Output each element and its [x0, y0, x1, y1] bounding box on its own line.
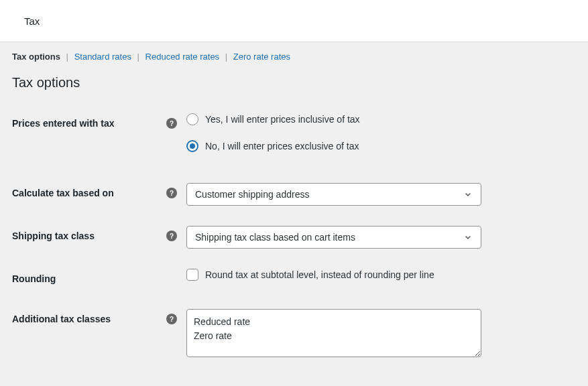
label-col: Rounding: [12, 269, 166, 289]
content: Tax options Prices entered with tax ? Ye…: [0, 62, 588, 386]
help-icon[interactable]: ?: [166, 188, 177, 198]
page-title: Tax options: [12, 75, 576, 90]
subnav: Tax options | Standard rates | Reduced r…: [0, 42, 588, 62]
row-additional-classes: Additional tax classes ?: [12, 309, 576, 359]
select-value: Customer shipping address: [195, 189, 309, 200]
help-col: [166, 269, 186, 289]
row-calculate-basis: Calculate tax based on ? Customer shippi…: [12, 183, 576, 206]
radio-group-prices-with-tax: Yes, I will enter prices inclusive of ta…: [186, 113, 576, 152]
radio-row-exclusive[interactable]: No, I will enter prices exclusive of tax: [186, 140, 576, 152]
select-value: Shipping tax class based on cart items: [195, 232, 355, 243]
radio-label-exclusive: No, I will enter prices exclusive of tax: [205, 141, 359, 151]
label-col: Prices entered with tax: [12, 113, 166, 133]
chevron-down-icon: [463, 233, 473, 242]
input-col: [186, 309, 576, 359]
help-icon[interactable]: ?: [166, 231, 177, 241]
checkbox-rounding[interactable]: [186, 269, 198, 281]
subnav-standard-rates[interactable]: Standard rates: [74, 52, 131, 62]
subnav-tax-options[interactable]: Tax options: [12, 52, 60, 62]
label-rounding: Rounding: [12, 273, 160, 284]
textarea-additional-classes[interactable]: [186, 309, 481, 357]
radio-exclusive[interactable]: [186, 140, 198, 152]
input-col: Shipping tax class based on cart items: [186, 226, 576, 249]
input-col: Customer shipping address: [186, 183, 576, 206]
subnav-separator: |: [137, 52, 139, 62]
select-calculate-basis[interactable]: Customer shipping address: [186, 183, 481, 206]
input-col: Round tax at subtotal level, instead of …: [186, 269, 576, 281]
label-col: Additional tax classes: [12, 309, 166, 329]
help-col: ?: [166, 309, 186, 329]
input-col: Yes, I will enter prices inclusive of ta…: [186, 113, 576, 152]
label-prices-with-tax: Prices entered with tax: [12, 118, 160, 129]
subnav-separator: |: [66, 52, 68, 62]
label-calculate-basis: Calculate tax based on: [12, 188, 160, 198]
select-shipping-class[interactable]: Shipping tax class based on cart items: [186, 226, 481, 249]
checkbox-label-rounding: Round tax at subtotal level, instead of …: [205, 269, 434, 280]
label-col: Shipping tax class: [12, 226, 166, 246]
checkbox-row-rounding[interactable]: Round tax at subtotal level, instead of …: [186, 269, 576, 281]
help-icon[interactable]: ?: [166, 314, 177, 324]
help-col: ?: [166, 113, 186, 133]
help-icon[interactable]: ?: [166, 118, 177, 129]
page-header: Tax: [0, 0, 588, 42]
radio-inclusive[interactable]: [186, 113, 198, 125]
row-shipping-class: Shipping tax class ? Shipping tax class …: [12, 226, 576, 249]
subnav-zero-rate-rates[interactable]: Zero rate rates: [233, 52, 290, 62]
label-col: Calculate tax based on: [12, 183, 166, 203]
radio-row-inclusive[interactable]: Yes, I will enter prices inclusive of ta…: [186, 113, 576, 125]
subnav-separator: |: [225, 52, 227, 62]
chevron-down-icon: [463, 190, 473, 199]
row-prices-with-tax: Prices entered with tax ? Yes, I will en…: [12, 113, 576, 152]
radio-label-inclusive: Yes, I will enter prices inclusive of ta…: [205, 114, 360, 125]
label-additional-classes: Additional tax classes: [12, 314, 160, 324]
help-col: ?: [166, 183, 186, 203]
row-rounding: Rounding Round tax at subtotal level, in…: [12, 269, 576, 289]
subnav-reduced-rate-rates[interactable]: Reduced rate rates: [145, 52, 220, 62]
label-shipping-class: Shipping tax class: [12, 231, 160, 241]
help-col: ?: [166, 226, 186, 246]
header-title: Tax: [24, 15, 40, 27]
